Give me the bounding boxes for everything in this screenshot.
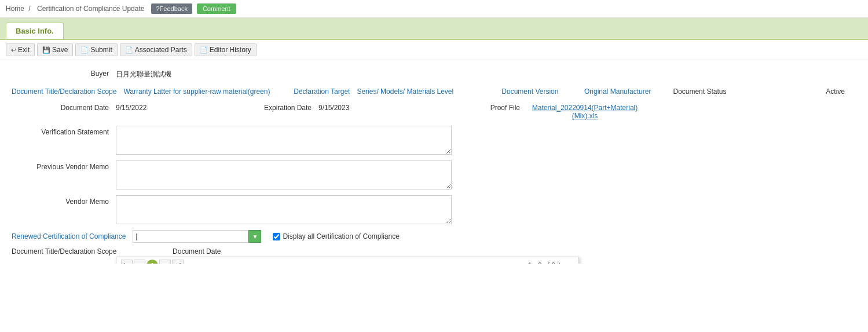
doc-status-label: Document Status [658,85,733,96]
vendor-memo-label: Vendor Memo [12,195,116,206]
doc-title-row: Document Title/Declaration Scope Warrant… [12,85,856,96]
display-all-label: Display all Certification of Compliance [273,232,399,240]
prev-vendor-textarea[interactable] [116,160,452,189]
display-all-checkbox[interactable] [273,233,280,240]
associated-parts-label: Associated Parts [135,46,187,54]
editor-history-button[interactable]: 📄 Editor History [195,43,257,56]
doc-date-sub-label: Document Date [123,245,228,256]
breadcrumb-current: Certification of Compliance Update [37,5,144,13]
popup-pager: |◀ ◀ 1 ▶ ▶| 1 - 2 of 2 items [116,257,578,264]
doc-date-label: Document Date [12,101,116,112]
verification-textarea[interactable] [116,126,452,155]
declaration-target-value: Series/ Models/ Materials Level [357,85,484,96]
exit-button[interactable]: ↩ Exit [6,43,35,56]
editor-history-label: Editor History [210,46,251,54]
pager-buttons: |◀ ◀ 1 ▶ ▶| [121,260,184,264]
save-button[interactable]: 💾 Save [37,43,73,56]
pager-prev-button[interactable]: ◀ [134,260,145,264]
breadcrumb-home[interactable]: Home [6,5,24,13]
tab-basic-info[interactable]: Basic Info. [6,23,64,39]
renewed-input[interactable]: | [133,230,248,243]
buyer-value: 日月光聯量測試機 [116,67,171,79]
associated-parts-icon: 📄 [125,46,133,54]
renewed-dropdown-button[interactable]: ▼ [248,230,261,243]
submit-label: Submit [90,46,112,54]
comment-button[interactable]: Comment [197,3,236,14]
exit-label: Exit [18,46,30,54]
pager-last-button[interactable]: ▶| [172,260,184,264]
breadcrumb: Home / Certification of Compliance Updat… [6,5,147,13]
save-icon: 💾 [42,46,50,54]
declaration-target-label: Declaration Target [270,85,357,96]
top-bar: Home / Certification of Compliance Updat… [0,0,868,18]
renewed-label: Renewed Certification of Compliance [12,230,133,240]
verification-row: Verification Statement [12,126,856,155]
proof-file-value[interactable]: Material_20220914(Part+Material)(Mix).xl… [527,101,643,120]
associated-parts-button[interactable]: 📄 Associated Parts [120,43,192,56]
pager-info: 1 - 2 of 2 items [528,261,574,264]
tab-area: Basic Info. [0,18,868,40]
orig-mfr-label: Original Manufacturer [565,85,658,96]
prev-vendor-row: Previous Vendor Memo [12,160,856,189]
pager-current-page: 1 [147,260,158,264]
proof-file-label-header: Proof File [446,101,527,112]
buyer-row: Buyer 日月光聯量測試機 [12,67,856,79]
pager-first-button[interactable]: |◀ [121,260,133,264]
exit-icon: ↩ [11,46,16,54]
exp-date-value: 9/15/2023 [318,101,446,112]
prev-vendor-label: Previous Vendor Memo [12,160,116,171]
doc-title-sub-label: Document Title/Declaration Scope [12,245,123,256]
form-area: Buyer 日月光聯量測試機 Document Title/Declaratio… [0,60,868,264]
feedback-button[interactable]: ?Feedback [151,3,192,14]
verification-label: Verification Statement [12,126,116,136]
pager-next-button[interactable]: ▶ [159,260,171,264]
popup-table-container: |◀ ◀ 1 ▶ ▶| 1 - 2 of 2 items Document Ti… [116,257,579,264]
doc-date-value: 9/15/2022 [116,101,232,112]
save-label: Save [52,46,68,54]
vendor-memo-textarea[interactable] [116,195,452,224]
doc-version-label: Document Version [484,85,565,96]
toolbar: ↩ Exit 💾 Save 📄 Submit 📄 Associated Part… [0,40,868,60]
doc-title-label: Document Title/Declaration Scope [12,85,123,96]
vendor-memo-row: Vendor Memo [12,195,856,224]
submit-icon: 📄 [80,46,89,54]
doc-title-value: Warranty Latter for supplier-raw materia… [123,85,270,96]
doc-status-value: Active [826,85,856,96]
editor-history-icon: 📄 [200,46,208,54]
buyer-label: Buyer [12,67,116,78]
doc-date-row: Document Date 9/15/2022 Expiration Date … [12,101,856,120]
submit-button[interactable]: 📄 Submit [75,43,117,56]
exp-date-label: Expiration Date [232,101,318,112]
